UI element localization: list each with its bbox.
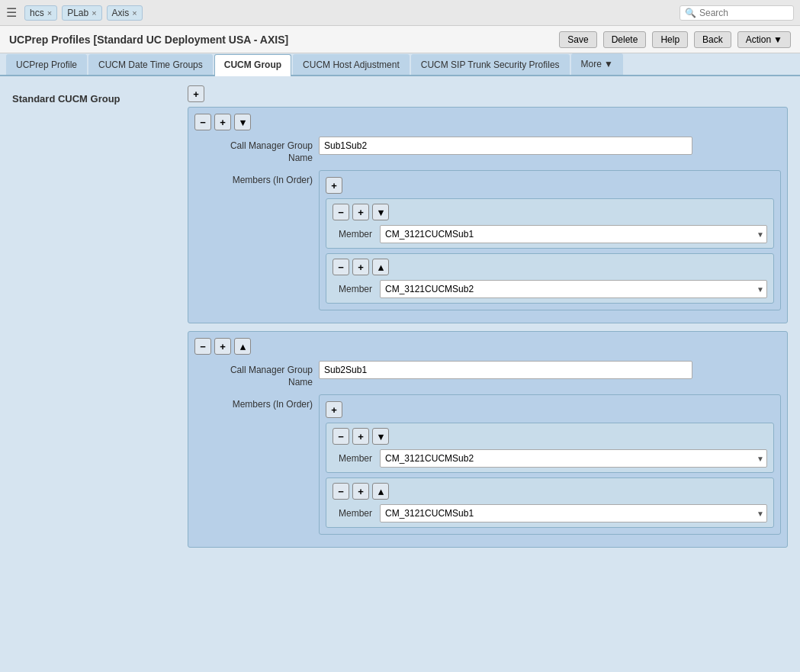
group2-member1-item: − + ▾ Member CM_3121CUCMSub2 bbox=[326, 423, 774, 473]
group1-header: − + ▾ bbox=[194, 114, 781, 130]
group1-members-card: + − + ▾ Member bbox=[319, 170, 781, 310]
save-button[interactable]: Save bbox=[559, 31, 596, 48]
back-button[interactable]: Back bbox=[694, 31, 731, 48]
group2-member1-remove-button[interactable]: − bbox=[333, 428, 349, 445]
group2-member1-add-button[interactable]: + bbox=[352, 428, 369, 445]
group1-member1-field-row: Member CM_3121CUCMSub1 ▼ bbox=[333, 225, 767, 243]
page-title: UCPrep Profiles [Standard UC Deployment … bbox=[9, 34, 553, 46]
group2-member2-field-row: Member CM_3121CUCMSub1 ▼ bbox=[333, 504, 767, 522]
group1-member1-label: Member bbox=[339, 229, 372, 240]
group1-member2-controls: − + ▴ bbox=[333, 259, 767, 275]
tag-plab-label: PLab bbox=[67, 8, 88, 18]
group1-name-row: Call Manager Group Name bbox=[194, 137, 781, 164]
group2-member2-item: − + ▴ Member CM_3121CUCMSub1 bbox=[326, 477, 774, 528]
group1-member1-select-wrapper: CM_3121CUCMSub1 ▼ bbox=[380, 225, 767, 243]
group2-member2-add-button[interactable]: + bbox=[352, 483, 369, 500]
tab-ucprep-profile[interactable]: UCPrep Profile bbox=[6, 54, 87, 75]
group1-member2-select-wrapper: CM_3121CUCMSub2 ▼ bbox=[380, 280, 767, 298]
group2-member2-label: Member bbox=[339, 508, 372, 519]
group1-dropdown-button[interactable]: ▾ bbox=[234, 114, 251, 130]
group1-member2-remove-button[interactable]: − bbox=[333, 259, 349, 275]
group1-members-add-button[interactable]: + bbox=[326, 177, 342, 194]
group1-member1-remove-button[interactable]: − bbox=[333, 204, 349, 220]
group2-name-row: Call Manager Group Name bbox=[194, 361, 781, 388]
group2-member2-up-button[interactable]: ▴ bbox=[372, 483, 389, 500]
more-arrow-icon: ▼ bbox=[604, 59, 613, 69]
tab-bar: UCPrep Profile CUCM Date Time Groups CUC… bbox=[0, 53, 800, 76]
tab-cucm-group[interactable]: CUCM Group bbox=[214, 54, 291, 76]
tag-hcs-label: hcs bbox=[30, 8, 44, 18]
group1-member2-select[interactable]: CM_3121CUCMSub2 bbox=[380, 280, 767, 298]
group1-add-button[interactable]: + bbox=[214, 114, 231, 130]
group2-member1-down-button[interactable]: ▾ bbox=[372, 428, 389, 445]
group1-member2-field-row: Member CM_3121CUCMSub2 ▼ bbox=[333, 280, 767, 298]
tag-axis[interactable]: Axis × bbox=[107, 5, 143, 21]
group2-member2-select[interactable]: CM_3121CUCMSub1 bbox=[380, 504, 767, 522]
group1-member2-item: − + ▴ Member CM_3121CUCMSub2 bbox=[326, 253, 774, 304]
group2-add-button[interactable]: + bbox=[214, 338, 231, 355]
group1-members-header: + bbox=[326, 177, 774, 194]
group2-member2-select-wrapper: CM_3121CUCMSub1 ▼ bbox=[380, 504, 767, 522]
tag-hcs-close[interactable]: × bbox=[47, 8, 52, 18]
title-bar: UCPrep Profiles [Standard UC Deployment … bbox=[0, 26, 800, 53]
group1-member1-add-button[interactable]: + bbox=[352, 204, 369, 220]
tag-plab[interactable]: PLab × bbox=[62, 5, 101, 21]
delete-button[interactable]: Delete bbox=[603, 31, 647, 48]
group2-member1-select-wrapper: CM_3121CUCMSub2 ▼ bbox=[380, 449, 767, 468]
group1-member2-add-button[interactable]: + bbox=[352, 259, 369, 275]
section-label: Standard CUCM Group bbox=[12, 85, 188, 104]
group1-members-label: Members (In Order) bbox=[194, 170, 313, 185]
group1-member1-down-button[interactable]: ▾ bbox=[372, 204, 389, 220]
group2-members-row: Members (In Order) + − + ▾ bbox=[194, 394, 781, 535]
group1-member2-label: Member bbox=[339, 284, 372, 294]
group2-member2-controls: − + ▴ bbox=[333, 483, 767, 500]
action-label: Action bbox=[746, 34, 771, 45]
group2-member2-remove-button[interactable]: − bbox=[333, 483, 349, 500]
group2-header: − + ▴ bbox=[194, 338, 781, 355]
group1-name-input[interactable] bbox=[319, 137, 692, 155]
section-content: + − + ▾ Call Manager Group Name bbox=[188, 85, 788, 555]
tag-axis-label: Axis bbox=[112, 8, 130, 18]
group1-member1-select[interactable]: CM_3121CUCMSub1 bbox=[380, 225, 767, 243]
tag-hcs[interactable]: hcs × bbox=[24, 5, 57, 21]
tab-more[interactable]: More ▼ bbox=[571, 53, 623, 75]
group2-members-add-button[interactable]: + bbox=[326, 401, 342, 418]
group1-member1-controls: − + ▾ bbox=[333, 204, 767, 220]
group2-member1-field-row: Member CM_3121CUCMSub2 ▼ bbox=[333, 449, 767, 468]
tag-axis-close[interactable]: × bbox=[132, 8, 137, 18]
group2-member1-controls: − + ▾ bbox=[333, 428, 767, 445]
group2-members-header: + bbox=[326, 401, 774, 418]
tab-cucm-sip-trunk-security-profiles[interactable]: CUCM SIP Trunk Security Profiles bbox=[411, 54, 570, 75]
group2-remove-button[interactable]: − bbox=[194, 338, 211, 355]
group2-member1-select[interactable]: CM_3121CUCMSub2 bbox=[380, 449, 767, 468]
group2-members-label: Members (In Order) bbox=[194, 394, 313, 410]
group1-members-content: + − + ▾ Member bbox=[319, 170, 781, 310]
standard-cucm-group-section: Standard CUCM Group + − + ▾ Call Manager… bbox=[12, 85, 788, 555]
action-arrow-icon: ▼ bbox=[773, 34, 782, 45]
help-button[interactable]: Help bbox=[652, 31, 688, 48]
top-add-button[interactable]: + bbox=[188, 85, 204, 102]
tag-plab-close[interactable]: × bbox=[92, 8, 96, 18]
group2-name-label: Call Manager Group Name bbox=[194, 361, 313, 388]
search-box: 🔍 bbox=[680, 5, 794, 21]
group2-members-content: + − + ▾ Member bbox=[319, 394, 781, 535]
group1-member2-up-button[interactable]: ▴ bbox=[372, 259, 389, 275]
group2-name-input[interactable] bbox=[319, 361, 692, 379]
hamburger-icon[interactable]: ☰ bbox=[6, 5, 17, 20]
search-input[interactable] bbox=[699, 8, 783, 18]
group2-members-card: + − + ▾ Member bbox=[319, 394, 781, 535]
group1-remove-button[interactable]: − bbox=[194, 114, 211, 130]
more-label: More bbox=[581, 59, 602, 69]
group1-members-row: Members (In Order) + − + ▾ bbox=[194, 170, 781, 310]
action-button[interactable]: Action ▼ bbox=[737, 31, 791, 48]
group1-name-label: Call Manager Group Name bbox=[194, 137, 313, 164]
tab-cucm-host-adjustment[interactable]: CUCM Host Adjustment bbox=[293, 54, 410, 75]
group2-card: − + ▴ Call Manager Group Name Members (I… bbox=[188, 331, 788, 548]
tab-cucm-date-time-groups[interactable]: CUCM Date Time Groups bbox=[88, 54, 213, 75]
group1-member1-item: − + ▾ Member CM_3121CUCMSub1 bbox=[326, 198, 774, 249]
search-icon: 🔍 bbox=[685, 8, 696, 18]
group1-card: − + ▾ Call Manager Group Name Members (I… bbox=[188, 107, 788, 323]
top-bar: ☰ hcs × PLab × Axis × 🔍 bbox=[0, 0, 800, 26]
group2-up-button[interactable]: ▴ bbox=[234, 338, 251, 355]
group2-member1-label: Member bbox=[339, 453, 372, 464]
